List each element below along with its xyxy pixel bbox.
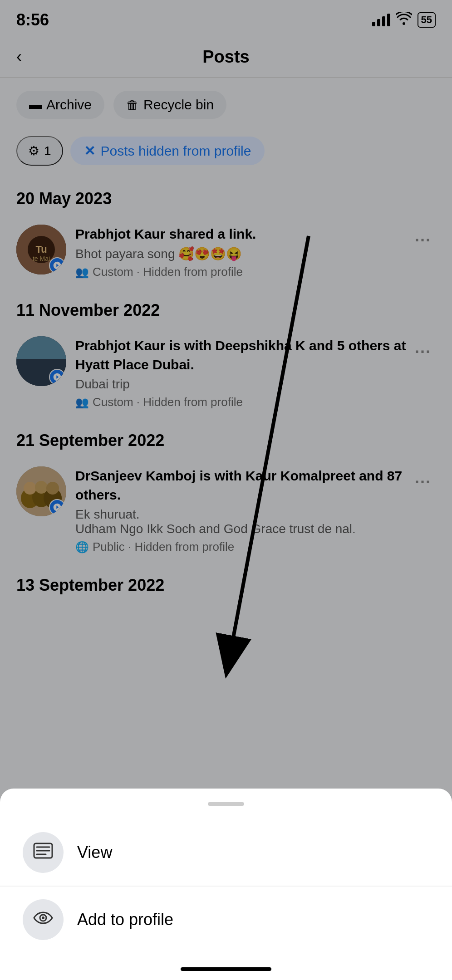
post-more-button-2[interactable]: ··· [410,338,436,366]
view-icon [33,843,53,863]
view-label: View [77,843,112,862]
avatar-badge-3 [49,499,65,515]
close-icon[interactable]: ✕ [84,143,95,159]
date-section-2: 11 November 2022 [16,290,436,329]
page-title: Posts [202,47,249,67]
view-icon-wrap [23,832,64,873]
date-section-3: 21 September 2022 [16,420,436,459]
avatar-1: Tu te Mai [16,225,66,274]
recycle-bin-button[interactable]: 🗑 Recycle bin [113,91,226,119]
post-meta-1: 👥 Custom · Hidden from profile [75,265,436,279]
post-meta-3: 🌐 Public · Hidden from profile [75,540,436,554]
public-icon-3: 🌐 [75,541,89,554]
sheet-handle [208,802,244,806]
add-to-profile-option[interactable]: Add to profile [0,887,452,953]
post-item-1: Tu te Mai Prabhjot Kaur shared a link. B… [16,217,436,290]
avatar-badge-1 [49,257,65,274]
home-bar [181,967,271,971]
archive-button[interactable]: ▬ Archive [16,91,104,119]
svg-point-15 [46,482,59,495]
post-info-3: DrSanjeev Kamboj is with Kaur Komalpreet… [75,466,436,554]
wifi-icon [396,12,412,28]
post-more-button-1[interactable]: ··· [410,226,436,255]
posts-content: 20 May 2023 Tu te Mai Prabhjot Kaur shar… [0,178,452,604]
date-section-1: 20 May 2023 [16,178,436,217]
trash-icon: 🗑 [126,98,139,113]
custom-icon-2: 👥 [75,396,89,409]
filter-icon: ⚙ [28,143,39,158]
post-title-1: Prabhjot Kaur shared a link. [75,225,436,244]
battery-icon: 55 [418,12,436,28]
svg-point-14 [35,481,48,494]
view-option[interactable]: View [0,819,452,886]
status-bar: 8:56 55 [0,0,452,36]
add-to-profile-icon-wrap [23,899,64,940]
custom-icon-1: 👥 [75,266,89,279]
avatar-badge-2 [49,369,65,385]
status-time: 8:56 [16,10,49,29]
signal-icon [372,14,390,26]
post-meta-2: 👥 Custom · Hidden from profile [75,395,436,409]
svg-text:te Mai: te Mai [33,255,50,262]
post-subtitle-2: Dubai trip [75,377,436,392]
post-info-1: Prabhjot Kaur shared a link. Bhot payara… [75,225,436,279]
post-more-button-3[interactable]: ··· [410,468,436,496]
post-subtitle-1: Bhot payara song 🥰😍🤩😝 [75,246,436,261]
eye-icon [32,910,54,930]
avatar-3 [16,466,66,516]
hidden-filter-row: ⚙ 1 ✕ Posts hidden from profile [0,132,452,178]
filter-row: ▬ Archive 🗑 Recycle bin [0,78,452,132]
archive-icon: ▬ [29,98,42,112]
page-header: ‹ Posts [0,36,452,77]
add-to-profile-label: Add to profile [77,910,173,929]
post-item-2: Prabhjot Kaur is with Deepshikha K and 5… [16,329,436,420]
status-icons: 55 [372,12,436,28]
filter-count-button[interactable]: ⚙ 1 [16,136,63,166]
back-button[interactable]: ‹ [16,47,22,66]
post-title-3: DrSanjeev Kamboj is with Kaur Komalpreet… [75,466,436,505]
avatar-2 [16,336,66,386]
post-item-3: DrSanjeev Kamboj is with Kaur Komalpreet… [16,459,436,565]
post-subtitle-3: Ek shuruat. Udham Ngo Ikk Soch and God G… [75,507,436,536]
date-section-4: 13 September 2022 [16,565,436,604]
bottom-sheet: View Add to profile [0,789,452,980]
svg-point-13 [24,482,36,495]
post-info-2: Prabhjot Kaur is with Deepshikha K and 5… [75,336,436,409]
hidden-from-profile-tag[interactable]: ✕ Posts hidden from profile [70,137,265,165]
post-title-2: Prabhjot Kaur is with Deepshikha K and 5… [75,336,436,374]
svg-point-23 [42,916,44,919]
svg-text:Tu: Tu [35,244,47,255]
